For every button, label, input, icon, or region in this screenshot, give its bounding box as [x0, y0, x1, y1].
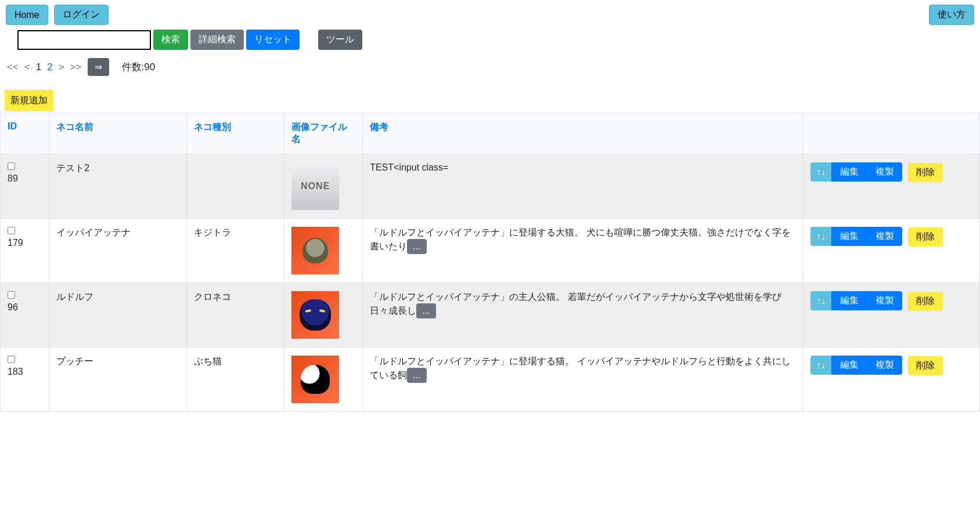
search-button[interactable]: 検索 [153, 30, 188, 50]
tool-button[interactable]: ツール [318, 30, 362, 50]
more-button[interactable]: ... [416, 303, 435, 318]
edit-button[interactable]: 編集 [831, 356, 867, 375]
add-new-button[interactable]: 新規追加 [5, 90, 53, 111]
delete-button[interactable]: 削除 [908, 356, 943, 375]
pager-first[interactable]: << [7, 61, 19, 73]
thumb-image [291, 227, 339, 274]
row-id: 183 [8, 367, 23, 376]
edit-button[interactable]: 編集 [831, 291, 867, 310]
row-kind: キジトラ [194, 227, 231, 237]
col-img[interactable]: 画像ファイル名 [291, 122, 347, 144]
col-id[interactable]: ID [8, 121, 17, 131]
row-kind: クロネコ [194, 292, 231, 302]
col-kind[interactable]: ネコ種別 [194, 122, 231, 132]
login-button[interactable]: ログイン [54, 5, 109, 25]
copy-button[interactable]: 複製 [867, 291, 902, 310]
row-name: ブッチー [56, 356, 93, 366]
row-name: テスト2 [56, 163, 89, 173]
row-note: 「ルドルフとイッパイアッテナ」に登場する大猫。 犬にも喧嘩に勝つ偉丈夫猫。強さだ… [370, 227, 790, 251]
more-button[interactable]: ... [407, 239, 426, 254]
copy-button[interactable]: 複製 [867, 162, 902, 182]
adv-search-button[interactable]: 詳細検索 [190, 30, 244, 50]
sort-button[interactable]: ↑↓ [810, 162, 831, 182]
row-name: イッパイアッテナ [56, 227, 131, 237]
delete-button[interactable]: 削除 [908, 292, 943, 311]
data-table: ID ネコ名前 ネコ種別 画像ファイル名 備考 89テスト2NONETEST<i… [0, 113, 980, 412]
delete-button[interactable]: 削除 [908, 163, 943, 182]
pager-go-button[interactable]: ⇒ [88, 58, 109, 76]
delete-button[interactable]: 削除 [908, 227, 943, 247]
record-count: 件数:90 [122, 60, 156, 74]
edit-button[interactable]: 編集 [831, 162, 867, 182]
sort-button[interactable]: ↑↓ [810, 291, 831, 310]
row-kind: ぶち猫 [194, 356, 222, 366]
copy-button[interactable]: 複製 [867, 356, 902, 375]
col-actions [804, 113, 980, 154]
row-note: 「ルドルフとイッパイアッテナ」に登場する猫。 イッパイアッテナやルドルフらと行動… [370, 356, 790, 380]
more-button[interactable]: ... [407, 368, 426, 383]
reset-button[interactable]: リセット [246, 30, 300, 50]
thumb-none: NONE [291, 162, 339, 210]
copy-button[interactable]: 複製 [867, 227, 902, 246]
row-name: ルドルフ [56, 292, 93, 302]
pager-page-2[interactable]: 2 [47, 61, 52, 73]
col-note[interactable]: 備考 [370, 122, 388, 132]
col-name[interactable]: ネコ名前 [56, 122, 93, 132]
row-note: TEST<input class= [370, 162, 448, 172]
sort-button[interactable]: ↑↓ [810, 356, 831, 375]
row-id: 179 [8, 238, 23, 248]
table-row: 183ブッチーぶち猫「ルドルフとイッパイアッテナ」に登場する猫。 イッパイアッテ… [1, 347, 980, 412]
table-row: 89テスト2NONETEST<input class=↑↓編集複製削除 [1, 154, 980, 219]
help-button[interactable]: 使い方 [929, 5, 974, 25]
row-checkbox[interactable] [8, 291, 15, 299]
thumb-image [291, 356, 339, 403]
pager-next[interactable]: > [59, 61, 64, 73]
row-id: 89 [8, 173, 18, 183]
pager-page-1[interactable]: 1 [36, 61, 41, 73]
row-checkbox[interactable] [8, 227, 15, 234]
table-row: 96ルドルフクロネコ「ルドルフとイッパイアッテナ」の主人公猫。 若輩だがイッパイ… [1, 283, 980, 347]
sort-button[interactable]: ↑↓ [810, 227, 831, 246]
pager-last[interactable]: >> [70, 61, 82, 73]
pager-prev[interactable]: < [24, 61, 30, 73]
row-id: 96 [8, 302, 18, 312]
edit-button[interactable]: 編集 [831, 227, 867, 246]
search-input[interactable] [17, 30, 151, 50]
thumb-image [291, 291, 339, 339]
row-checkbox[interactable] [8, 356, 15, 363]
row-checkbox[interactable] [8, 162, 15, 170]
home-button[interactable]: Home [6, 5, 48, 25]
table-row: 179イッパイアッテナキジトラ「ルドルフとイッパイアッテナ」に登場する大猫。 犬… [1, 219, 980, 283]
